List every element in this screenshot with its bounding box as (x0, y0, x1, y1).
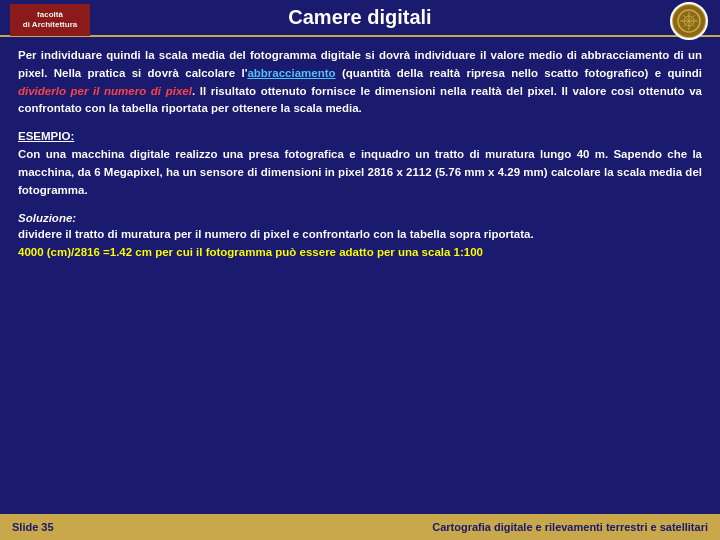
slide-header: facoltà di Architettura Camere digitali (0, 0, 720, 37)
course-name: Cartografia digitale e rilevamenti terre… (432, 521, 708, 533)
solution-title: Soluzione: (18, 212, 702, 224)
logo-circle-inner (673, 5, 705, 37)
logo-left-text: facoltà di Architettura (23, 10, 77, 29)
logo-left: facoltà di Architettura (10, 4, 90, 36)
slide-number: Slide 35 (12, 521, 54, 533)
example-title: ESEMPIO: (18, 130, 702, 142)
main-content: Per individuare quindi la scala media de… (0, 37, 720, 514)
body-paragraph: Per individuare quindi la scala media de… (18, 47, 702, 118)
body-text-mid: (quantità della realtà ripresa nello sca… (336, 67, 702, 79)
solution-result: 4000 (cm)/2816 =1.42 cm per cui il fotog… (18, 244, 702, 262)
slide-footer: Slide 35 Cartografia digitale e rilevame… (0, 514, 720, 540)
solution-section: Soluzione: dividere il tratto di muratur… (18, 212, 702, 262)
dividerlo-highlight: dividerlo per il numero di pixel (18, 85, 192, 97)
slide-title: Camere digitali (288, 6, 431, 29)
solution-text: dividere il tratto di muratura per il nu… (18, 226, 702, 244)
example-text: Con una macchina digitale realizzo una p… (18, 146, 702, 199)
logo-right (670, 2, 710, 40)
slide-container: facoltà di Architettura Camere digitali (0, 0, 720, 540)
abbracciamento-link: abbracciamento (247, 67, 335, 79)
logo-circle (670, 2, 708, 40)
example-section: ESEMPIO: Con una macchina digitale reali… (18, 130, 702, 199)
